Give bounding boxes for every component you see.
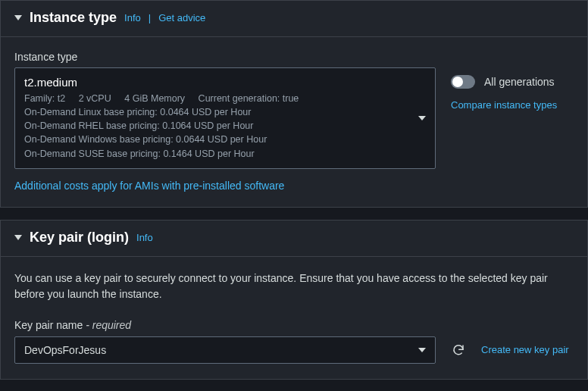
pricing-line: On-Demand Linux base pricing: 0.0464 USD… — [24, 105, 408, 119]
key-pair-label-text: Key pair name — [14, 319, 83, 331]
chevron-down-icon — [418, 348, 426, 352]
instance-type-title: Instance type — [30, 10, 117, 26]
instance-family: Family: t2 — [24, 93, 65, 104]
chevron-down-icon — [418, 116, 426, 120]
key-pair-panel: Key pair (login) Info You can use a key … — [0, 220, 588, 380]
all-generations-toggle[interactable] — [451, 75, 475, 89]
pipe-separator: | — [149, 12, 151, 23]
instance-meta: Family: t2 2 vCPU 4 GiB Memory Current g… — [24, 92, 408, 161]
pricing-line: On-Demand SUSE base pricing: 0.1464 USD … — [24, 147, 408, 161]
info-link[interactable]: Info — [136, 232, 153, 243]
instance-type-selector[interactable]: t2.medium Family: t2 2 vCPU 4 GiB Memory… — [14, 67, 436, 169]
required-indicator: - required — [83, 319, 131, 331]
collapse-caret-icon — [14, 15, 22, 20]
additional-costs-link[interactable]: Additional costs apply for AMIs with pre… — [14, 180, 284, 192]
pricing-line: On-Demand RHEL base pricing: 0.1064 USD … — [24, 119, 408, 133]
pricing-line: On-Demand Windows base pricing: 0.0644 U… — [24, 133, 408, 146]
all-generations-label: All generations — [484, 76, 555, 88]
key-pair-selected-value: DevOpsForJesus — [24, 344, 106, 356]
collapse-caret-icon — [14, 235, 22, 240]
instance-vcpu: 2 vCPU — [79, 93, 111, 104]
refresh-icon — [452, 343, 465, 357]
instance-type-body: Instance type t2.medium Family: t2 2 vCP… — [1, 36, 587, 207]
key-pair-description: You can use a key pair to securely conne… — [14, 271, 574, 302]
instance-memory: 4 GiB Memory — [124, 93, 185, 104]
key-pair-field-label: Key pair name - required — [14, 319, 574, 331]
compare-instance-types-link[interactable]: Compare instance types — [451, 99, 574, 111]
get-advice-link[interactable]: Get advice — [158, 12, 205, 23]
key-pair-title: Key pair (login) — [30, 230, 129, 246]
instance-current-gen: Current generation: true — [199, 93, 299, 104]
refresh-button[interactable] — [446, 338, 471, 362]
key-pair-selector[interactable]: DevOpsForJesus — [14, 336, 436, 364]
instance-type-panel: Instance type Info | Get advice Instance… — [0, 0, 588, 208]
instance-type-header[interactable]: Instance type Info | Get advice — [1, 1, 587, 36]
create-key-pair-link[interactable]: Create new key pair — [481, 344, 569, 355]
instance-name: t2.medium — [24, 76, 408, 89]
instance-type-field-label: Instance type — [14, 51, 574, 63]
info-link[interactable]: Info — [124, 12, 141, 23]
key-pair-header[interactable]: Key pair (login) Info — [1, 221, 587, 256]
key-pair-body: You can use a key pair to securely conne… — [1, 256, 587, 379]
